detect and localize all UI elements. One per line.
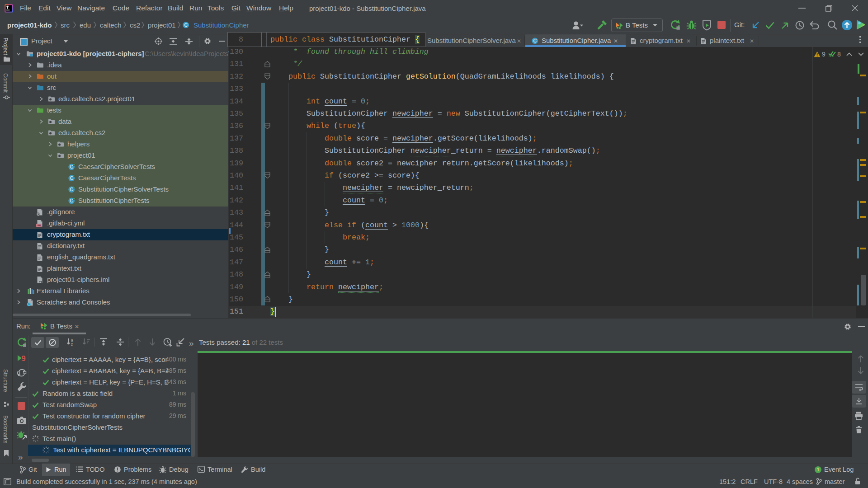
svg-text:C: C	[70, 164, 73, 169]
svg-text:C: C	[70, 187, 73, 192]
svg-text:C: C	[184, 22, 188, 28]
svg-text:z: z	[71, 342, 73, 347]
svg-text:C: C	[533, 38, 537, 43]
svg-text:YML: YML	[36, 224, 42, 227]
svg-text:C: C	[70, 198, 73, 203]
svg-text:C: C	[70, 175, 73, 181]
svg-text:9: 9	[21, 354, 25, 362]
svg-text:a: a	[71, 338, 73, 343]
